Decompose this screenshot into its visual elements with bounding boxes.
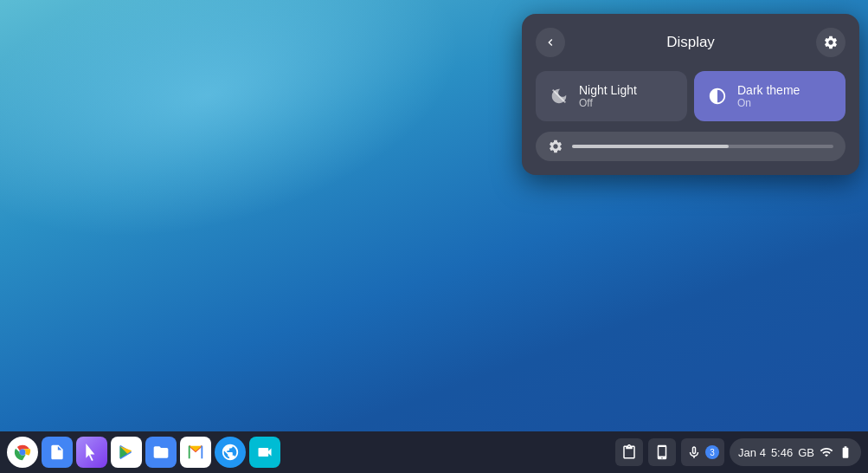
app-files[interactable]	[145, 437, 177, 468]
date-display: Jan 4	[738, 446, 766, 459]
night-light-status: Off	[579, 97, 637, 109]
panel-header: Display	[536, 28, 845, 57]
night-light-icon	[550, 87, 569, 106]
app-duo[interactable]	[249, 437, 280, 468]
night-light-tile[interactable]: Night Light Off	[536, 71, 687, 121]
chrome-icon	[13, 443, 32, 462]
dark-theme-icon	[708, 87, 727, 106]
cursor-icon	[83, 444, 100, 461]
docs-icon	[48, 444, 66, 461]
taskbar-system: 3 Jan 4 5:46 GB	[615, 438, 861, 466]
night-light-text: Night Light Off	[579, 83, 637, 109]
panel-title: Display	[666, 34, 715, 51]
back-button[interactable]	[536, 28, 565, 57]
dark-theme-label: Dark theme	[737, 83, 800, 97]
app-play[interactable]	[111, 437, 142, 468]
taskbar-apps	[7, 437, 280, 468]
clipboard-icon	[621, 444, 637, 460]
dark-theme-tile[interactable]: Dark theme On	[694, 71, 845, 121]
dark-theme-text: Dark theme On	[737, 83, 800, 109]
display-panel: Display Night Light	[522, 14, 859, 175]
files-icon	[152, 444, 170, 461]
brightness-control[interactable]	[536, 132, 845, 161]
dark-theme-status: On	[737, 97, 800, 109]
app-gmail[interactable]	[180, 437, 211, 468]
clipboard-button[interactable]	[615, 438, 643, 466]
phone-icon	[654, 444, 670, 460]
chevron-left-icon	[543, 36, 557, 49]
night-light-label: Night Light	[579, 83, 637, 97]
app-browser[interactable]	[215, 437, 246, 468]
phone-button[interactable]	[648, 438, 676, 466]
brightness-track[interactable]	[572, 145, 833, 148]
app-chrome[interactable]	[7, 437, 38, 468]
browser-icon	[221, 443, 240, 462]
notification-badge: 3	[705, 445, 719, 459]
play-icon	[118, 444, 135, 461]
app-cursor[interactable]	[76, 437, 107, 468]
system-tray[interactable]: Jan 4 5:46 GB	[730, 438, 861, 466]
settings-button[interactable]	[816, 28, 845, 57]
desktop: Display Night Light	[0, 0, 868, 473]
app-docs[interactable]	[42, 437, 73, 468]
time-display: 5:46	[771, 446, 793, 459]
taskbar: 3 Jan 4 5:46 GB	[0, 431, 868, 473]
wifi-icon	[820, 445, 833, 459]
duo-icon	[256, 444, 273, 461]
gmail-icon	[186, 443, 205, 462]
gear-icon	[823, 35, 839, 50]
brightness-icon	[548, 139, 563, 154]
svg-point-1	[19, 449, 25, 455]
brightness-fill	[572, 145, 729, 148]
notification-button[interactable]: 3	[681, 438, 724, 466]
display-tiles: Night Light Off Dark theme On	[536, 71, 845, 121]
mic-icon	[686, 444, 702, 460]
battery-icon	[839, 445, 852, 459]
network-label: GB	[798, 446, 814, 459]
